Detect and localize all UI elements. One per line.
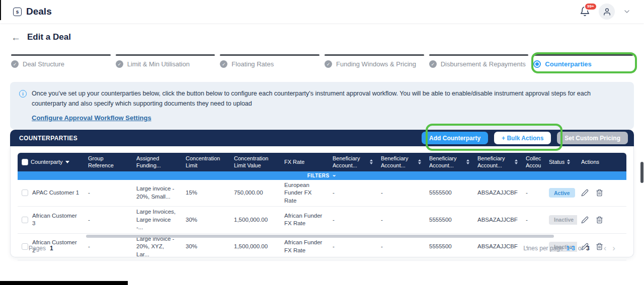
column-label: Beneficiary Account... [333, 155, 367, 169]
step-progress-line [533, 54, 633, 56]
set-custom-pricing-button[interactable]: Set Custom Pricing [557, 132, 628, 144]
step-progress-line [11, 54, 111, 56]
topbar-actions: 99+ [580, 4, 631, 20]
cell-beneficiary_account_3: 5555500 [425, 180, 473, 207]
lines-per-page: Lines per page 1-3 of 3 ‹ › [523, 244, 615, 252]
cell-name: APAC Customer 1 [18, 180, 84, 207]
filters-label: FILTERS [307, 173, 330, 178]
column-header-12-actions: Actions [577, 153, 626, 171]
column-label: Group Reference [88, 155, 128, 169]
row-checkbox[interactable] [22, 189, 28, 196]
app-title: Deals [26, 6, 52, 17]
radio-selected-icon [533, 60, 541, 68]
step-progress-line [220, 54, 319, 56]
edit-icon[interactable] [581, 189, 589, 197]
notifications-button[interactable]: 99+ [580, 6, 591, 17]
screen-edge-artifact [0, 281, 128, 285]
chevron-down-icon[interactable] [623, 8, 631, 16]
sort-icon [370, 159, 373, 164]
toolbar-title: COUNTERPARTIES [19, 135, 77, 142]
user-avatar[interactable] [599, 4, 615, 20]
cell-beneficiary_account_4: ABSAZAJJCBF [473, 207, 522, 233]
column-header-10-collect-accour: Collect Accour [522, 153, 545, 171]
step-label: Disbursement & Repayments [441, 60, 526, 68]
row-checkbox[interactable] [22, 217, 28, 223]
column-label: FX Rate [284, 158, 304, 165]
column-header-6-beneficiary-account[interactable]: Beneficiary Account... [329, 153, 377, 171]
sort-icon [567, 159, 570, 164]
prev-page-button[interactable]: ‹ [604, 244, 607, 252]
column-label: Assigned Funding... [136, 155, 178, 169]
delete-icon[interactable] [596, 189, 603, 197]
column-header-0-counterparty[interactable]: Counterparty [18, 153, 84, 171]
next-page-button[interactable]: › [612, 244, 615, 252]
topbar: s Deals 99+ [0, 0, 644, 23]
column-label: Collect Accour [526, 155, 541, 169]
cell-beneficiary_account_2: - [377, 180, 425, 207]
info-banner-body: Once you've set up your counterparties b… [32, 88, 622, 122]
column-label: Status [549, 158, 565, 165]
cell-collection_account: - [522, 207, 545, 233]
horizontal-scrollbar[interactable] [86, 235, 554, 238]
toolbar-actions: Add Counterparty + Bulk Actions Set Cust… [422, 132, 628, 144]
configure-approval-workflow-link[interactable]: Configure Approval Workflow Settings [32, 114, 151, 122]
bulk-actions-button[interactable]: + Bulk Actions [494, 132, 551, 144]
back-button[interactable]: ← [11, 33, 21, 42]
counterparties-card: CounterpartyGroup ReferenceAssigned Fund… [10, 146, 634, 257]
dropdown-caret-icon [65, 161, 69, 163]
info-banner-text: Once you've set up your counterparties b… [32, 88, 622, 109]
person-icon [603, 8, 611, 16]
cell-group_reference: - [84, 207, 132, 233]
pages-indicator: Pages 1 [29, 245, 53, 252]
check-circle-icon: ✓ [429, 60, 437, 68]
tab-floating-rates[interactable]: ✓Floating Rates [220, 54, 319, 68]
column-header-11-status[interactable]: Status [545, 153, 577, 171]
step-progress-line [429, 54, 529, 56]
column-header-3-concentration-limit: Concentration Limit [182, 153, 230, 171]
check-circle-icon: ✓ [11, 60, 19, 68]
column-label: Concentration Limit Value [234, 155, 276, 169]
steps: ✓Deal Structure✓Limit & Min Utilisation✓… [11, 54, 633, 68]
step-label: Floating Rates [231, 60, 274, 68]
cell-status: Inactive [545, 207, 577, 233]
cell-concentration_limit_value: 1,500,000.00 [230, 207, 280, 233]
tab-funding-windows-pricing[interactable]: ✓Funding Windows & Pricing [325, 54, 424, 68]
pagination-bar: Pages 1 Lines per page 1-3 of 3 ‹ › [18, 244, 626, 252]
add-counterparty-button[interactable]: Add Counterparty [422, 132, 488, 144]
column-header-8-beneficiary-account[interactable]: Beneficiary Account... [425, 153, 473, 171]
current-page: 1 [50, 245, 53, 252]
check-circle-icon: ✓ [116, 60, 123, 68]
cell-concentration_limit_value: 750,000.00 [230, 180, 280, 207]
deals-logo-icon: s [13, 8, 22, 16]
cell-beneficiary_account_1: - [329, 207, 377, 233]
column-label: Beneficiary Account... [381, 155, 416, 169]
cell-concentration_limit: 30% [182, 207, 230, 233]
lines-per-page-label: Lines per page [523, 245, 563, 252]
counterparties-toolbar: COUNTERPARTIES Add Counterparty + Bulk A… [10, 130, 634, 146]
cell-actions [577, 180, 626, 207]
edit-icon[interactable] [581, 216, 589, 224]
column-header-7-beneficiary-account[interactable]: Beneficiary Account... [377, 153, 425, 171]
cell-assigned_funding: Large Invoices, Large invoice -... [132, 207, 182, 233]
step-label: Deal Structure [23, 60, 64, 68]
cell-fx_rate: African Funder FX Rate [280, 207, 329, 233]
cell-concentration_limit: 15% [182, 180, 230, 207]
vertical-scrollbar[interactable] [640, 162, 643, 183]
step-label: Limit & Min Utilisation [127, 60, 190, 68]
tab-deal-structure[interactable]: ✓Deal Structure [11, 54, 111, 68]
cell-actions [577, 207, 626, 233]
step-progress-line [325, 54, 424, 56]
tab-limit-min-utilisation[interactable]: ✓Limit & Min Utilisation [116, 54, 215, 68]
column-header-5-fx-rate: FX Rate [280, 153, 329, 171]
tab-counterparties[interactable]: Counterparties [533, 54, 633, 68]
screen-edge-artifact [0, 0, 1, 20]
filters-bar[interactable]: FILTERS ⌄ [18, 171, 626, 180]
column-label: Counterparty [31, 158, 63, 165]
sort-icon [466, 159, 469, 164]
of-label: of [578, 245, 583, 252]
tab-disbursement-repayments[interactable]: ✓Disbursement & Repayments [429, 54, 529, 68]
column-header-9-beneficiary-account[interactable]: Beneficiary Account... [473, 153, 522, 171]
table-header: CounterpartyGroup ReferenceAssigned Fund… [18, 153, 626, 171]
delete-icon[interactable] [596, 216, 603, 224]
select-all-checkbox[interactable] [22, 159, 28, 165]
